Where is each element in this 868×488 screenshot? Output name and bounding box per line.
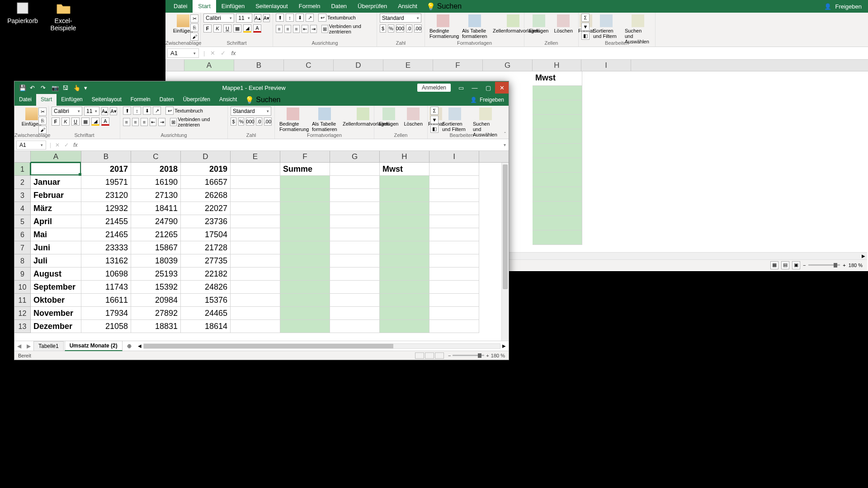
cell[interactable]: 23333 bbox=[81, 241, 131, 254]
undo-icon[interactable]: ↶ bbox=[30, 84, 36, 91]
cell[interactable] bbox=[533, 100, 582, 115]
underline-button[interactable]: U bbox=[71, 117, 80, 126]
row-header[interactable]: 11 bbox=[14, 294, 31, 307]
cell[interactable] bbox=[380, 228, 429, 241]
row-header[interactable]: 3 bbox=[14, 189, 31, 202]
cell[interactable]: 18831 bbox=[131, 320, 181, 333]
cell[interactable] bbox=[330, 307, 380, 320]
minimize-button[interactable]: — bbox=[468, 82, 481, 94]
col-header[interactable]: A bbox=[31, 151, 81, 162]
cell[interactable] bbox=[280, 215, 330, 228]
align-middle-icon[interactable]: ↕ bbox=[133, 107, 141, 115]
cell[interactable]: 21058 bbox=[81, 320, 131, 333]
cell[interactable]: 23120 bbox=[81, 189, 131, 202]
cell[interactable]: 18039 bbox=[131, 254, 181, 267]
cell[interactable] bbox=[533, 173, 582, 187]
font-name-select[interactable]: Calibri bbox=[52, 107, 82, 116]
cell[interactable] bbox=[330, 215, 380, 228]
worksheet-grid[interactable]: ABCDEFGHI 12345678910111213 201720182019… bbox=[14, 151, 509, 341]
hscroll-right-icon[interactable]: ▶ bbox=[502, 343, 506, 348]
align-center-icon[interactable]: ≡ bbox=[132, 118, 139, 126]
tab-seitenlayout[interactable]: Seitenlayout bbox=[87, 94, 126, 106]
hscroll-back[interactable]: ▶ bbox=[509, 252, 867, 259]
cell[interactable] bbox=[231, 267, 280, 281]
add-sheet-button[interactable]: ⊕ bbox=[123, 343, 135, 349]
cell[interactable]: 22182 bbox=[181, 267, 231, 281]
cell[interactable]: 21455 bbox=[81, 215, 131, 228]
tab-seitenlayout[interactable]: Seitenlayout bbox=[250, 0, 293, 13]
tab-start[interactable]: Start bbox=[36, 94, 57, 106]
cell[interactable]: 27130 bbox=[131, 189, 181, 202]
dec-decimal-icon[interactable]: .00 bbox=[414, 24, 422, 33]
cell[interactable] bbox=[280, 241, 330, 254]
font-name-select[interactable]: Calibri bbox=[203, 14, 234, 23]
merge-button[interactable]: ⊞ Verbinden und zentrieren bbox=[170, 117, 225, 127]
borders-icon[interactable]: ▦ bbox=[233, 24, 241, 33]
tab-daten[interactable]: Daten bbox=[155, 94, 179, 106]
cell[interactable]: 24826 bbox=[181, 281, 231, 294]
col-header[interactable]: D bbox=[334, 60, 383, 71]
wrap-text-button[interactable]: ↩ Textumbruch bbox=[165, 107, 203, 115]
cell[interactable]: Mwst bbox=[380, 163, 429, 176]
fill-icon[interactable]: ▼ bbox=[430, 116, 439, 124]
cell[interactable] bbox=[330, 267, 380, 281]
cell[interactable] bbox=[533, 230, 582, 245]
cell[interactable] bbox=[280, 202, 330, 215]
cell[interactable]: Januar bbox=[31, 176, 81, 189]
cell[interactable]: 24465 bbox=[181, 307, 231, 320]
cell[interactable]: 20984 bbox=[131, 294, 181, 307]
cell[interactable] bbox=[330, 320, 380, 333]
align-right-icon[interactable]: ≡ bbox=[293, 25, 300, 33]
cell[interactable] bbox=[380, 267, 429, 281]
sheet-nav-next-icon[interactable]: ▶ bbox=[24, 343, 33, 349]
col-header[interactable]: E bbox=[383, 60, 433, 71]
insert-cells-button[interactable]: Einfügen bbox=[377, 107, 400, 127]
font-size-select[interactable]: 11 bbox=[84, 107, 99, 116]
italic-button[interactable]: K bbox=[61, 117, 70, 126]
fill-color-icon[interactable]: ◢ bbox=[91, 117, 99, 126]
cell[interactable] bbox=[533, 158, 582, 173]
decrease-font-icon[interactable]: A▾ bbox=[110, 107, 117, 115]
cell[interactable] bbox=[380, 281, 429, 294]
cell[interactable]: 2019 bbox=[181, 163, 231, 176]
tab-daten[interactable]: Daten bbox=[326, 0, 352, 13]
col-header[interactable]: B bbox=[234, 60, 284, 71]
cell[interactable] bbox=[533, 202, 582, 216]
underline-button[interactable]: U bbox=[223, 24, 231, 33]
cell[interactable] bbox=[380, 189, 429, 202]
cell[interactable] bbox=[231, 228, 280, 241]
cell[interactable]: 2017 bbox=[81, 163, 131, 176]
cell[interactable] bbox=[280, 320, 330, 333]
col-header[interactable]: I bbox=[429, 151, 479, 162]
cell[interactable] bbox=[429, 307, 479, 320]
col-header[interactable]: G bbox=[330, 151, 380, 162]
cell[interactable] bbox=[429, 241, 479, 254]
cell[interactable]: Mai bbox=[31, 228, 81, 241]
fill-icon[interactable]: ▼ bbox=[581, 23, 590, 31]
cell[interactable]: 18411 bbox=[131, 202, 181, 215]
title-bar[interactable]: 💾 ↶ ↷ 📷 🖫 👆 ▾ Mappe1 - Excel Preview Anm… bbox=[14, 81, 509, 94]
clear-icon[interactable]: ◧ bbox=[430, 125, 439, 133]
cell[interactable] bbox=[280, 294, 330, 307]
zoom-slider[interactable] bbox=[453, 355, 484, 356]
zoom-level[interactable]: 180 % bbox=[849, 263, 863, 268]
row-header[interactable]: 1 bbox=[14, 163, 31, 176]
row-header[interactable]: 12 bbox=[14, 307, 31, 320]
cell[interactable] bbox=[533, 187, 582, 202]
thousands-icon[interactable]: 000 bbox=[396, 24, 404, 33]
cell[interactable] bbox=[533, 115, 582, 129]
font-color-icon[interactable]: A bbox=[253, 24, 261, 33]
tab-formeln[interactable]: Formeln bbox=[293, 0, 326, 13]
ribbon-options-icon[interactable]: ▭ bbox=[454, 82, 468, 94]
cell[interactable] bbox=[533, 216, 582, 230]
cell[interactable] bbox=[429, 228, 479, 241]
bold-button[interactable]: F bbox=[52, 117, 60, 126]
col-header[interactable]: G bbox=[483, 60, 533, 71]
cell[interactable] bbox=[280, 176, 330, 189]
row-header[interactable]: 2 bbox=[14, 176, 31, 189]
fill-color-icon[interactable]: ◢ bbox=[243, 24, 251, 33]
col-header[interactable]: A bbox=[184, 60, 234, 71]
cell[interactable] bbox=[429, 294, 479, 307]
borders-icon[interactable]: ▦ bbox=[81, 117, 90, 126]
cell[interactable] bbox=[31, 163, 81, 176]
